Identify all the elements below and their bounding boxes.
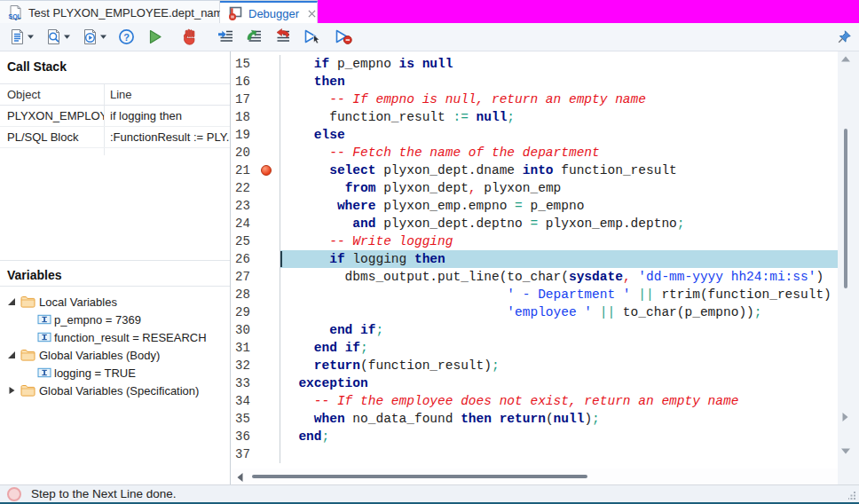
breakpoint-margin[interactable] xyxy=(254,339,280,357)
tree-variable-logging[interactable]: logging = TRUE xyxy=(0,364,230,382)
code-text[interactable]: -- Fetch the name of the department xyxy=(280,144,838,161)
code-line-35[interactable]: 35 when no_data_found then return(null); xyxy=(232,410,838,428)
dropdown-caret-icon[interactable] xyxy=(100,35,106,39)
tab-debugger[interactable]: Debugger xyxy=(220,1,318,24)
close-icon[interactable] xyxy=(306,8,318,20)
code-line-36[interactable]: 36 end; xyxy=(232,428,838,445)
code-line-18[interactable]: 18 function_result := null; xyxy=(232,108,838,126)
code-editor[interactable]: 15 if p_empno is null16 then17 -- If emp… xyxy=(232,51,838,469)
breakpoint-margin[interactable] xyxy=(254,55,280,73)
breakpoint-margin[interactable] xyxy=(254,232,280,250)
code-text[interactable]: if logging then xyxy=(280,250,838,268)
scroll-left-icon[interactable] xyxy=(237,473,243,482)
horizontal-scrollbar[interactable] xyxy=(232,469,838,484)
breakpoint-margin[interactable] xyxy=(254,73,280,91)
code-text[interactable]: then xyxy=(280,73,838,91)
breakpoint-margin[interactable] xyxy=(254,392,280,410)
run-button[interactable] xyxy=(145,27,165,47)
code-line-20[interactable]: 20 -- Fetch the name of the department xyxy=(232,144,838,161)
break-button[interactable] xyxy=(180,27,201,47)
code-text[interactable]: else xyxy=(280,126,838,144)
pin-button[interactable] xyxy=(834,28,854,51)
step-over-button[interactable] xyxy=(244,27,264,47)
code-text[interactable]: end if; xyxy=(280,339,838,357)
expand-open-icon[interactable] xyxy=(6,297,17,306)
breakpoint-margin[interactable] xyxy=(254,108,280,126)
code-line-17[interactable]: 17 -- If empno is null, return an empty … xyxy=(232,91,838,108)
code-text[interactable]: ' - Department ' || rtrim(function_resul… xyxy=(280,286,838,303)
breakpoint-margin[interactable] xyxy=(254,268,280,286)
code-line-31[interactable]: 31 end if; xyxy=(232,339,838,357)
tree-node-local-variables[interactable]: Local Variables xyxy=(0,293,230,311)
breakpoint-margin[interactable] xyxy=(254,161,280,179)
code-line-23[interactable]: 23 where plyxon_emp.empno = p_empno xyxy=(232,197,838,215)
scroll-down-icon[interactable] xyxy=(841,448,850,454)
code-line-16[interactable]: 16 then xyxy=(232,73,838,91)
breakpoint-margin[interactable] xyxy=(254,91,280,108)
code-line-19[interactable]: 19 else xyxy=(232,126,838,144)
breakpoint-margin[interactable] xyxy=(254,250,280,268)
code-line-29[interactable]: 29 'employee ' || to_char(p_empno)); xyxy=(232,303,838,321)
breakpoint-margin[interactable] xyxy=(254,179,280,197)
code-text[interactable]: select plyxon_dept.dname into function_r… xyxy=(280,161,838,179)
resize-grip[interactable] xyxy=(848,492,856,500)
execute-button[interactable] xyxy=(80,27,108,47)
expand-closed-icon[interactable] xyxy=(6,386,17,395)
breakpoint-margin[interactable] xyxy=(254,303,280,321)
dropdown-caret-icon[interactable] xyxy=(64,35,70,39)
code-text[interactable]: and plyxon_dept.deptno = plyxon_emp.dept… xyxy=(280,215,838,232)
code-line-15[interactable]: 15 if p_empno is null xyxy=(232,55,838,73)
breakpoint-margin[interactable] xyxy=(254,357,280,374)
help-button[interactable]: ? xyxy=(116,27,137,47)
call-stack-row-plyxon-employee[interactable]: PLYXON_EMPLOYEEif logging then xyxy=(0,106,230,127)
code-line-22[interactable]: 22 from plyxon_dept, plyxon_emp xyxy=(232,179,838,197)
code-text[interactable]: return(function_result); xyxy=(280,357,838,374)
code-text[interactable]: function_result := null; xyxy=(280,108,838,126)
new-document-button[interactable] xyxy=(7,27,35,47)
code-line-26[interactable]: 26 if logging then xyxy=(232,250,838,268)
tree-node-global-variables-body[interactable]: Global Variables (Body) xyxy=(0,346,230,364)
code-text[interactable]: from plyxon_dept, plyxon_emp xyxy=(280,179,838,197)
code-text[interactable]: -- Write logging xyxy=(280,232,838,250)
breakpoint-margin[interactable] xyxy=(254,215,280,232)
code-line-27[interactable]: 27 dbms_output.put_line(to_char(sysdate,… xyxy=(232,268,838,286)
code-line-25[interactable]: 25 -- Write logging xyxy=(232,232,838,250)
expand-open-icon[interactable] xyxy=(6,350,17,359)
code-text[interactable] xyxy=(280,445,838,463)
tree-variable-function-result[interactable]: function_result = RESEARCH xyxy=(0,328,230,346)
breakpoint-dot[interactable] xyxy=(261,165,272,176)
call-stack-col-object[interactable]: Object xyxy=(0,84,105,105)
code-line-21[interactable]: 21 select plyxon_dept.dname into functio… xyxy=(232,161,838,179)
vertical-scrollbar-thumb[interactable] xyxy=(844,129,847,288)
code-text[interactable]: end if; xyxy=(280,321,838,339)
code-line-37[interactable]: 37 xyxy=(232,445,838,463)
breakpoint-margin[interactable] xyxy=(254,374,280,392)
tab-test-plyxon-employee-dept-name[interactable]: SQLTest PLYXON_EMPLOYEE.dept_name xyxy=(0,1,220,24)
breakpoint-margin[interactable] xyxy=(254,144,280,161)
breakpoint-margin[interactable] xyxy=(254,410,280,428)
tree-variable-p-empno[interactable]: p_empno = 7369 xyxy=(0,311,230,328)
code-line-24[interactable]: 24 and plyxon_dept.deptno = plyxon_emp.d… xyxy=(232,215,838,232)
code-line-30[interactable]: 30 end if; xyxy=(232,321,838,339)
vertical-scrollbar[interactable] xyxy=(838,51,854,469)
code-line-32[interactable]: 32 return(function_result); xyxy=(232,357,838,374)
run-to-exception-button[interactable] xyxy=(332,27,355,47)
scroll-up-icon[interactable] xyxy=(841,56,850,62)
code-text[interactable]: -- If empno is null, return an empty nam… xyxy=(280,91,838,108)
code-text[interactable]: exception xyxy=(280,374,838,392)
code-text[interactable]: end; xyxy=(280,428,838,445)
code-text[interactable]: where plyxon_emp.empno = p_empno xyxy=(280,197,838,215)
breakpoint-margin[interactable] xyxy=(254,445,280,463)
code-text[interactable]: if p_empno is null xyxy=(280,55,838,73)
call-stack-col-line[interactable]: Line xyxy=(105,84,230,105)
dropdown-caret-icon[interactable] xyxy=(28,35,34,39)
scroll-right-icon[interactable] xyxy=(842,413,848,421)
code-text[interactable]: 'employee ' || to_char(p_empno)); xyxy=(280,303,838,321)
breakpoint-margin[interactable] xyxy=(254,428,280,445)
code-line-28[interactable]: 28 ' - Department ' || rtrim(function_re… xyxy=(232,286,838,303)
code-line-34[interactable]: 34 -- If the employee does not exist, re… xyxy=(232,392,838,410)
code-text[interactable]: -- If the employee does not exist, retur… xyxy=(280,392,838,410)
step-into-button[interactable] xyxy=(216,27,236,47)
breakpoint-margin[interactable] xyxy=(254,126,280,144)
code-line-33[interactable]: 33 exception xyxy=(232,374,838,392)
